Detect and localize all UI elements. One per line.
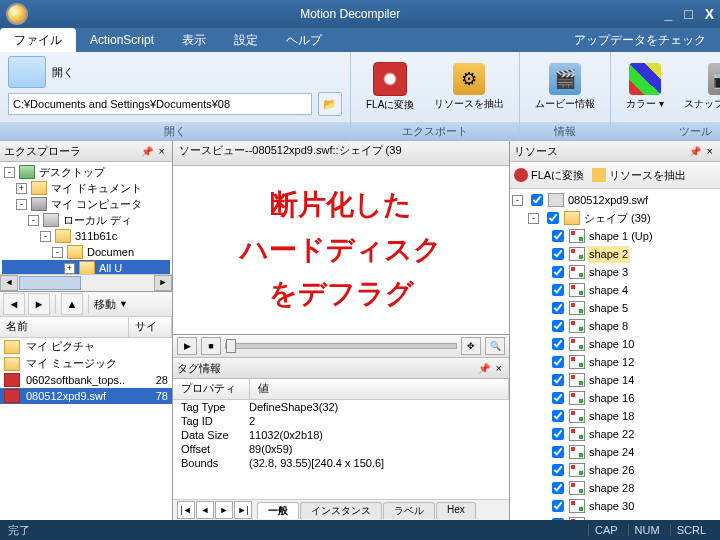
- fla-convert-button[interactable]: FLAに変換: [359, 59, 421, 115]
- res-checkbox[interactable]: [547, 212, 559, 224]
- res-checkbox[interactable]: [552, 320, 564, 332]
- menu-view[interactable]: 表示: [168, 28, 220, 52]
- shape-item[interactable]: shape 4: [512, 281, 718, 299]
- zoom-button[interactable]: 🔍: [485, 337, 505, 355]
- res-checkbox[interactable]: [552, 410, 564, 422]
- tree-twisty[interactable]: -: [40, 231, 51, 242]
- resource-pin-icon[interactable]: 📌: [686, 146, 704, 157]
- explorer-close-button[interactable]: ×: [156, 145, 168, 157]
- maximize-button[interactable]: □: [684, 6, 692, 22]
- extract-resources-button[interactable]: ⚙ リソースを抽出: [427, 60, 511, 114]
- res-checkbox[interactable]: [552, 230, 564, 242]
- tab-nav-last[interactable]: ►|: [234, 501, 252, 519]
- tree-node[interactable]: +マイ ドキュメント: [2, 180, 170, 196]
- tree-twisty[interactable]: +: [16, 183, 27, 194]
- tree-twisty[interactable]: -: [52, 247, 63, 258]
- tree-node[interactable]: -マイ コンピュータ: [2, 196, 170, 212]
- tree-twisty[interactable]: +: [64, 263, 75, 274]
- tree-twisty[interactable]: -: [28, 215, 39, 226]
- tab-nav-prev[interactable]: ◄: [196, 501, 214, 519]
- file-row[interactable]: 080512xpd9.swf78: [0, 388, 172, 404]
- shape-item[interactable]: shape 24: [512, 443, 718, 461]
- res-checkbox[interactable]: [552, 356, 564, 368]
- res-checkbox[interactable]: [552, 428, 564, 440]
- res-checkbox[interactable]: [552, 392, 564, 404]
- res-group[interactable]: -シェイプ (39): [512, 209, 718, 227]
- file-row[interactable]: 0602softbank_tops..28: [0, 372, 172, 388]
- shape-item[interactable]: shape 14: [512, 371, 718, 389]
- res-checkbox[interactable]: [552, 374, 564, 386]
- file-row[interactable]: マイ ミュージック: [0, 355, 172, 372]
- taginfo-tab[interactable]: インスタンス: [300, 502, 382, 519]
- shape-item[interactable]: shape 12: [512, 353, 718, 371]
- res-checkbox[interactable]: [531, 194, 543, 206]
- res-checkbox[interactable]: [552, 338, 564, 350]
- timeline-slider[interactable]: [225, 343, 457, 349]
- tree-twisty[interactable]: -: [16, 199, 27, 210]
- res-fla-button[interactable]: FLAに変換: [514, 168, 584, 183]
- menu-update-check[interactable]: アップデータをチェック: [560, 28, 720, 52]
- shape-item[interactable]: shape 3: [512, 263, 718, 281]
- nav-up-button[interactable]: ▲: [61, 293, 83, 315]
- browse-button[interactable]: 📂: [318, 92, 342, 116]
- close-button[interactable]: X: [705, 6, 714, 22]
- tree-node[interactable]: -311b61c: [2, 228, 170, 244]
- shape-item[interactable]: shape 30: [512, 497, 718, 515]
- res-extract-button[interactable]: リソースを抽出: [592, 168, 686, 183]
- snapshot-button[interactable]: 📷 スナップショット: [677, 60, 720, 114]
- res-root[interactable]: -080512xpd9.swf: [512, 191, 718, 209]
- path-input[interactable]: [8, 93, 312, 115]
- shape-item[interactable]: shape 18: [512, 407, 718, 425]
- res-checkbox[interactable]: [552, 284, 564, 296]
- shape-item[interactable]: shape 16: [512, 389, 718, 407]
- tree-node[interactable]: -Documen: [2, 244, 170, 260]
- res-checkbox[interactable]: [552, 482, 564, 494]
- res-checkbox[interactable]: [552, 464, 564, 476]
- stop-button[interactable]: ■: [201, 337, 221, 355]
- shape-item[interactable]: shape 22: [512, 425, 718, 443]
- explorer-hscroll[interactable]: ◄►: [0, 274, 172, 291]
- shape-item[interactable]: shape 28: [512, 479, 718, 497]
- minimize-button[interactable]: _: [664, 6, 672, 22]
- tree-twisty[interactable]: -: [4, 167, 15, 178]
- dropdown-icon[interactable]: ▼: [119, 299, 128, 309]
- nav-fwd-button[interactable]: ►: [28, 293, 50, 315]
- shape-item[interactable]: shape 8: [512, 317, 718, 335]
- shape-item[interactable]: shape 1 (Up): [512, 227, 718, 245]
- resource-tree[interactable]: -080512xpd9.swf-シェイプ (39)shape 1 (Up)sha…: [510, 189, 720, 520]
- color-button[interactable]: カラー ▾: [619, 60, 671, 114]
- res-checkbox[interactable]: [552, 302, 564, 314]
- taginfo-tab[interactable]: ラベル: [383, 502, 435, 519]
- file-header[interactable]: 名前 サイ: [0, 317, 172, 338]
- shape-item[interactable]: shape 10: [512, 335, 718, 353]
- resource-close-button[interactable]: ×: [704, 145, 716, 157]
- tab-file[interactable]: ファイル: [0, 28, 76, 52]
- res-checkbox[interactable]: [552, 248, 564, 260]
- shape-item[interactable]: shape 5: [512, 299, 718, 317]
- movie-info-button[interactable]: 🎬 ムービー情報: [528, 60, 602, 114]
- tree-node[interactable]: -ローカル ディ: [2, 212, 170, 228]
- shape-item[interactable]: shape 26: [512, 461, 718, 479]
- pan-button[interactable]: ✥: [461, 337, 481, 355]
- tree-node[interactable]: -デスクトップ: [2, 164, 170, 180]
- menu-help[interactable]: ヘルプ: [272, 28, 336, 52]
- explorer-pin-icon[interactable]: 📌: [138, 146, 156, 157]
- shape-item[interactable]: shape 2: [512, 245, 718, 263]
- taginfo-header[interactable]: プロパティ 値: [173, 379, 509, 400]
- file-list[interactable]: マイ ピクチャマイ ミュージック0602softbank_tops..28080…: [0, 338, 172, 520]
- nav-back-button[interactable]: ◄: [3, 293, 25, 315]
- play-button[interactable]: ▶: [177, 337, 197, 355]
- taginfo-close-button[interactable]: ×: [493, 362, 505, 374]
- taginfo-pin-icon[interactable]: 📌: [475, 363, 493, 374]
- explorer-tree[interactable]: -デスクトップ+マイ ドキュメント-マイ コンピュータ-ローカル ディ-311b…: [0, 162, 172, 274]
- menu-settings[interactable]: 設定: [220, 28, 272, 52]
- tree-node[interactable]: +All U: [2, 260, 170, 274]
- menu-actionscript[interactable]: ActionScript: [76, 28, 168, 52]
- res-checkbox[interactable]: [552, 446, 564, 458]
- file-row[interactable]: マイ ピクチャ: [0, 338, 172, 355]
- res-checkbox[interactable]: [552, 266, 564, 278]
- res-checkbox[interactable]: [552, 500, 564, 512]
- taginfo-tab[interactable]: Hex: [436, 502, 476, 519]
- tab-nav-first[interactable]: |◄: [177, 501, 195, 519]
- tab-nav-next[interactable]: ►: [215, 501, 233, 519]
